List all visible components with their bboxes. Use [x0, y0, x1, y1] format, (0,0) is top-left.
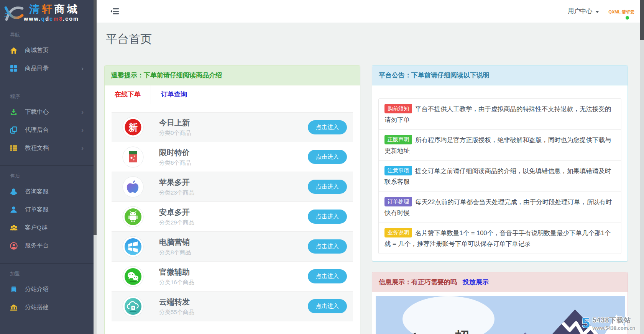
- notice-item: 业务说明名片赞下单数量1个 = 100个，音音手手有说明数量最少下单几个那1个就…: [379, 223, 621, 254]
- enter-button[interactable]: 点击进入: [308, 239, 347, 254]
- brand-url-segment: .com: [63, 16, 79, 22]
- windows-icon: [122, 236, 144, 257]
- category-row: 云端转发分类55个商品点击进入: [112, 291, 353, 321]
- order-tabs: 在线下单订单查询: [105, 85, 360, 104]
- sidebar-item-订单客服[interactable]: 订单客服: [0, 201, 94, 219]
- notice-badge: 业务说明: [384, 228, 412, 237]
- category-text: 官微辅助分类16个商品: [159, 267, 194, 286]
- sidebar-item-下载中心[interactable]: 下载中心›: [0, 103, 94, 121]
- android-icon: [122, 206, 144, 228]
- site-mini-logo[interactable]: QXML 清轩云: [608, 8, 634, 15]
- sidebar-item-客户Q群[interactable]: 客户Q群: [0, 219, 94, 237]
- category-text: 安卓多开分类29个商品: [159, 207, 194, 226]
- info-panel-title: 信息展示：有正巧需要的吗: [379, 272, 457, 292]
- category-count: 分类55个商品: [159, 309, 194, 316]
- book-icon: [10, 286, 18, 293]
- users-icon: [10, 224, 18, 232]
- category-row: 官微辅助分类16个商品点击进入: [112, 262, 353, 291]
- tab-订单查询[interactable]: 订单查询: [151, 85, 197, 104]
- app-viewport: 清轩商城 www.qdcm8.com 导航商城首页商品目录›程序下载中心›代理后…: [0, 0, 644, 334]
- chevron-right-icon: ›: [81, 145, 84, 151]
- sidebar-item-label: 咨询客服: [25, 188, 49, 196]
- chevron-right-icon: ›: [81, 109, 84, 115]
- ad-banner-image[interactable]: 广 告 招 租: [376, 296, 625, 334]
- main-content: 平台首页 温馨提示：下单前请仔细阅读商品介绍 在线下单订单查询 新今日上新分类0…: [97, 23, 640, 334]
- notice-list: 购前须知平台不提供人工教学，由于虚拟商品的特殊性不支持退款，无法接受的请勿下单正…: [378, 98, 621, 254]
- info-panel-header: 信息展示：有正巧需要的吗 投放展示: [372, 272, 628, 292]
- category-count: 分类0个商品: [159, 129, 191, 137]
- bank-icon: [10, 304, 18, 311]
- brand-url-segment: m: [53, 16, 59, 22]
- enter-button[interactable]: 点击进入: [308, 269, 347, 283]
- enter-button[interactable]: 点击进入: [308, 180, 347, 194]
- sidebar-toggle-icon[interactable]: [110, 8, 119, 15]
- enter-button[interactable]: 点击进入: [308, 120, 347, 134]
- notice-text: 所有程序均是官方正版授权，绝非破解和盗版，同时也为您提供下载与更新地址: [384, 136, 611, 154]
- page-scrollbar-thumb[interactable]: [640, 0, 644, 40]
- sidebar-section: 售后咨询客服订单客服客户Q群服务平台: [0, 166, 94, 264]
- tips-panel-header: 温馨提示：下单前请仔细阅读商品介绍: [105, 65, 360, 85]
- sidebar-item-代理后台[interactable]: 代理后台›: [0, 121, 94, 139]
- sidebar-item-分站搭建[interactable]: 分站搭建: [0, 298, 94, 316]
- tab-在线下单[interactable]: 在线下单: [105, 85, 151, 104]
- brand-url-segment: d: [45, 16, 49, 22]
- layers-icon: [10, 126, 18, 134]
- sidebar-section: 程序下载中心›代理后台›教程文档›: [0, 86, 94, 166]
- home-icon: [10, 47, 18, 54]
- brand-swoosh-icon: [3, 2, 24, 24]
- sidebar-scrollbar-track: [94, 0, 97, 334]
- category-title: 官微辅助: [159, 267, 194, 277]
- category-text: 限时特价分类6个商品: [159, 147, 191, 167]
- notice-text: 每天22点前的订单都会当天处理完成，由于分时段处理订单，所以有时快有时慢: [384, 198, 612, 216]
- ad-char-guang: 广: [396, 332, 434, 334]
- sidebar-menu: 导航商城首页商品目录›程序下载中心›代理后台›教程文档›售后咨询客服订单客服客户…: [0, 25, 94, 325]
- gift-icon: [122, 146, 144, 168]
- category-row: 电脑营销分类8个商品点击进入: [112, 232, 353, 262]
- qq-icon: [10, 188, 18, 196]
- category-row: 苹果多开分类23个商品点击进入: [112, 172, 353, 202]
- sidebar-item-分站介绍[interactable]: 分站介绍: [0, 280, 94, 298]
- brand-url: www.qdcm8.com: [24, 16, 79, 22]
- category-text: 云端转发分类55个商品: [159, 297, 194, 316]
- category-count: 分类8个商品: [159, 249, 191, 256]
- sidebar-item-label: 分站介绍: [25, 285, 49, 293]
- category-title: 苹果多开: [159, 177, 194, 188]
- enter-button[interactable]: 点击进入: [308, 210, 347, 224]
- sidebar-section-label: 导航: [0, 28, 94, 41]
- category-count: 分类16个商品: [159, 279, 194, 286]
- sidebar-item-label: 代理后台: [25, 126, 49, 134]
- sidebar-item-服务平台[interactable]: 服务平台: [0, 237, 94, 255]
- sidebar-item-label: 服务平台: [25, 242, 49, 250]
- brand-url-segment: 8: [59, 16, 63, 22]
- notice-text: 提交订单之前请仔细阅读商品的介绍，以免填错信息，如果填错请及时联系客服: [384, 167, 611, 185]
- sidebar-item-label: 商品目录: [25, 64, 49, 72]
- topbar: 用户中心 QXML 清轩云: [97, 0, 640, 23]
- sidebar-scrollbar-thumb[interactable]: [94, 0, 97, 235]
- chevron-right-icon: ›: [81, 127, 84, 133]
- tips-panel: 温馨提示：下单前请仔细阅读商品介绍 在线下单订单查询 新今日上新分类0个商品点击…: [104, 65, 360, 334]
- announcement-panel-header: 平台公告：下单前请仔细阅读以下说明: [372, 65, 628, 85]
- chevron-down-icon: [595, 11, 599, 13]
- wechat-icon: [122, 266, 144, 287]
- brand-logo[interactable]: 清轩商城 www.qdcm8.com: [0, 0, 94, 25]
- notice-item: 正版声明所有程序均是官方正版授权，绝非破解和盗版，同时也为您提供下载与更新地址: [379, 129, 621, 160]
- notice-item: 订单处理每天22点前的订单都会当天处理完成，由于分时段处理订单，所以有时快有时慢: [379, 192, 621, 223]
- sidebar-section-label: 售后: [0, 170, 94, 183]
- notice-item: 注意事项提交订单之前请仔细阅读商品的介绍，以免填错信息，如果填错请及时联系客服: [379, 160, 621, 192]
- brand-title: 清轩商城: [29, 2, 80, 16]
- sidebar-item-教程文档[interactable]: 教程文档›: [0, 139, 94, 157]
- sidebar-item-label: 客户Q群: [25, 224, 48, 232]
- sidebar-item-咨询客服[interactable]: 咨询客服: [0, 183, 94, 201]
- user-center-label: 用户中心: [568, 7, 592, 15]
- notice-item: 购前须知平台不提供人工教学，由于虚拟商品的特殊性不支持退款，无法接受的请勿下单: [379, 99, 621, 129]
- notice-badge: 注意事项: [384, 166, 412, 175]
- enter-button[interactable]: 点击进入: [308, 150, 347, 164]
- place-ad-link[interactable]: 投放展示: [463, 272, 489, 292]
- user-center-menu[interactable]: 用户中心: [568, 7, 599, 15]
- enter-button[interactable]: 点击进入: [308, 299, 347, 313]
- sidebar-item-商品目录[interactable]: 商品目录›: [0, 59, 94, 77]
- sidebar-item-商城首页[interactable]: 商城首页: [0, 41, 94, 59]
- page-title: 平台首页: [106, 31, 152, 47]
- category-title: 今日上新: [159, 118, 191, 128]
- announcement-panel: 平台公告：下单前请仔细阅读以下说明 购前须知平台不提供人工教学，由于虚拟商品的特…: [372, 65, 628, 262]
